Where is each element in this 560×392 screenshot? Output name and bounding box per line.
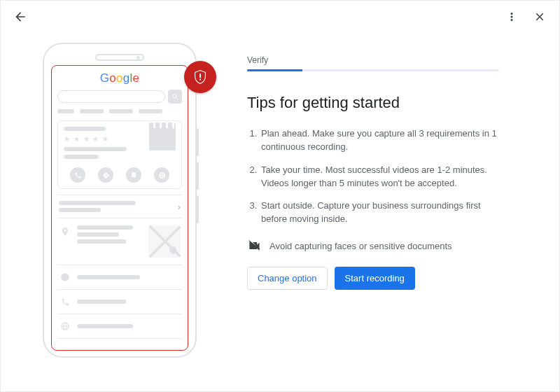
more-vert-icon xyxy=(505,10,518,23)
map-thumbnail xyxy=(148,225,181,258)
page-title: Tips for getting started xyxy=(247,94,499,112)
start-recording-button[interactable]: Start recording xyxy=(335,267,415,290)
no-video-icon xyxy=(247,239,261,253)
back-button[interactable] xyxy=(8,4,33,29)
call-icon xyxy=(70,167,85,183)
tips-list: Plan ahead. Make sure you capture all 3 … xyxy=(247,127,499,226)
svg-rect-0 xyxy=(200,74,201,78)
globe-icon xyxy=(59,320,71,332)
arrow-left-icon xyxy=(13,10,27,24)
search-bar-placeholder xyxy=(57,90,165,103)
more-options-button[interactable] xyxy=(499,4,524,29)
phone-icon xyxy=(59,295,71,308)
tip-item: Plan ahead. Make sure you capture all 3 … xyxy=(260,127,499,154)
save-icon xyxy=(126,167,141,183)
close-button[interactable] xyxy=(527,4,552,29)
progress-fill xyxy=(247,69,302,71)
phone-illustration: Google xyxy=(43,43,208,358)
location-pin-icon xyxy=(59,225,71,238)
directions-icon xyxy=(98,167,113,183)
step-label: Verify xyxy=(247,55,499,65)
close-icon xyxy=(533,10,546,23)
change-option-button[interactable]: Change option xyxy=(247,267,328,290)
tip-item: Take your time. Most successful videos a… xyxy=(260,164,499,190)
shield-alert-icon xyxy=(192,69,209,85)
privacy-warning: Avoid capturing faces or sensitive docum… xyxy=(247,239,499,253)
clock-icon xyxy=(59,271,71,284)
storefront-icon xyxy=(149,127,176,150)
svg-rect-1 xyxy=(200,79,201,80)
chevron-right-icon: › xyxy=(178,202,181,212)
tip-item: Start outside. Capture your business sur… xyxy=(260,200,499,226)
progress-bar xyxy=(247,69,499,71)
privacy-warning-text: Avoid capturing faces or sensitive docum… xyxy=(270,241,452,251)
website-icon xyxy=(154,167,169,183)
search-icon xyxy=(168,90,182,104)
google-logo: Google xyxy=(57,71,182,85)
shield-alert-badge xyxy=(184,61,216,93)
